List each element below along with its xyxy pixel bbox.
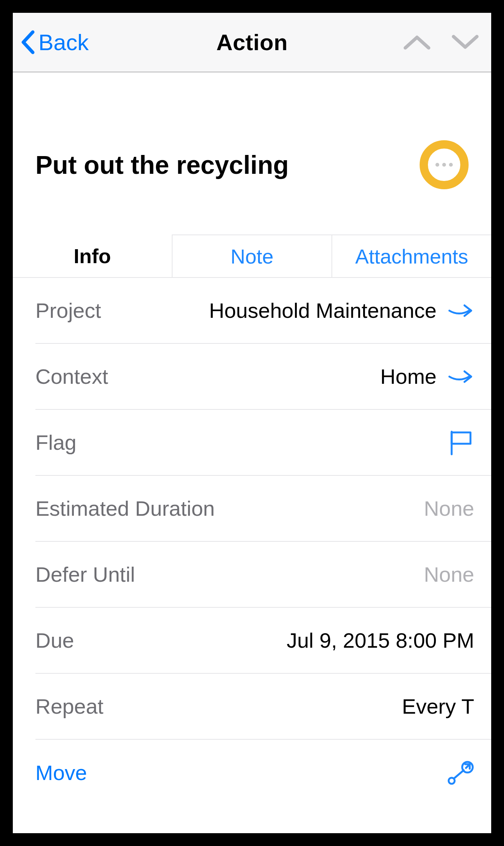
next-action-button[interactable] (451, 34, 480, 51)
move-row[interactable]: Move (35, 740, 491, 806)
move-label: Move (35, 760, 87, 785)
flag-row[interactable]: Flag (35, 410, 491, 476)
tab-attachments[interactable]: Attachments (331, 234, 491, 277)
defer-row[interactable]: Defer Until None (35, 542, 491, 608)
navbar: Back Action (13, 13, 491, 72)
context-row[interactable]: Context Home (35, 344, 491, 410)
back-label: Back (38, 29, 89, 55)
defer-label: Defer Until (35, 562, 135, 587)
context-value: Home (119, 364, 437, 389)
back-button[interactable]: Back (13, 29, 89, 55)
flag-icon[interactable] (449, 429, 474, 456)
project-row[interactable]: Project Household Maintenance (35, 278, 491, 344)
project-label: Project (35, 298, 101, 323)
repeat-label: Repeat (35, 694, 104, 719)
go-to-context-icon[interactable] (448, 367, 474, 386)
repeat-row[interactable]: Repeat Every T (35, 674, 491, 740)
prev-action-button[interactable] (402, 34, 432, 51)
duration-row[interactable]: Estimated Duration None (35, 476, 491, 542)
info-fields: Project Household Maintenance Context Ho… (13, 278, 491, 833)
duration-label: Estimated Duration (35, 496, 215, 521)
due-row[interactable]: Due Jul 9, 2015 8:00 PM (35, 608, 491, 674)
tab-bar: Info Note Attachments (13, 234, 491, 278)
due-value: Jul 9, 2015 8:00 PM (86, 628, 474, 653)
defer-value: None (147, 562, 474, 587)
flag-label: Flag (35, 430, 76, 455)
project-value: Household Maintenance (112, 298, 437, 323)
action-header: Put out the recycling (13, 72, 491, 234)
ellipsis-icon (435, 163, 453, 167)
screen: Back Action Put out the recycling (13, 13, 491, 833)
context-label: Context (35, 364, 108, 389)
action-title[interactable]: Put out the recycling (35, 150, 289, 179)
tab-info[interactable]: Info (13, 234, 172, 277)
nav-arrows (402, 34, 480, 51)
duration-value: None (226, 496, 474, 521)
chevron-left-icon (20, 30, 35, 55)
move-icon[interactable] (447, 760, 474, 785)
due-label: Due (35, 628, 74, 653)
repeat-value: Every T (115, 694, 474, 719)
tab-note[interactable]: Note (172, 234, 331, 277)
page-title: Action (216, 29, 288, 55)
status-circle-button[interactable] (420, 140, 469, 189)
go-to-project-icon[interactable] (448, 301, 474, 320)
